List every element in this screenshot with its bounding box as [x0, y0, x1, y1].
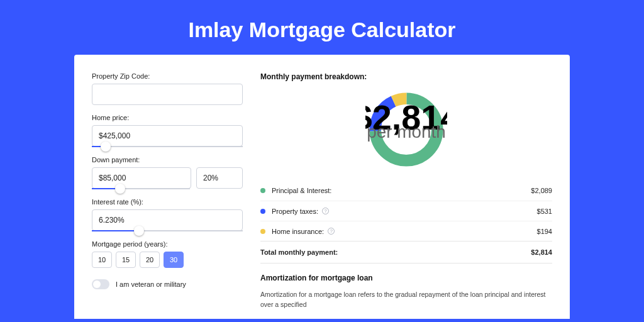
page-title: Imlay Mortgage Calculator — [0, 0, 644, 55]
donut-center-sub: per month — [367, 122, 445, 142]
legend-label: Property taxes: — [272, 208, 318, 215]
period-label: Mortgage period (years): — [92, 240, 243, 248]
veteran-toggle[interactable] — [92, 279, 109, 289]
breakdown-panel: Monthly payment breakdown: $2,814 per mo… — [260, 72, 552, 319]
period-option-20[interactable]: 20 — [140, 252, 160, 268]
down-payment-pct-input[interactable] — [196, 167, 243, 189]
legend-label: Home insurance: — [272, 228, 324, 235]
slider-thumb[interactable] — [134, 226, 144, 236]
down-payment-input[interactable] — [92, 167, 191, 189]
zip-label: Property Zip Code: — [92, 72, 243, 80]
legend-row: Property taxes:?$531 — [260, 201, 552, 221]
legend-dot — [260, 188, 265, 193]
down-payment-label: Down payment: — [92, 156, 243, 164]
slider-thumb[interactable] — [101, 142, 111, 152]
legend-row: Principal & Interest:$2,089 — [260, 180, 552, 201]
home-price-slider[interactable] — [92, 146, 243, 147]
legend-label: Principal & Interest: — [272, 187, 331, 194]
veteran-label: I am veteran or military — [116, 280, 186, 288]
home-price-field: Home price: — [92, 114, 243, 147]
down-payment-field: Down payment: — [92, 156, 243, 189]
amortization-section: Amortization for mortgage loan Amortizat… — [260, 274, 552, 310]
info-icon[interactable]: ? — [322, 208, 329, 214]
total-label: Total monthly payment: — [260, 248, 338, 256]
legend-row: Home insurance:?$194 — [260, 221, 552, 241]
legend-value: $2,089 — [531, 187, 552, 194]
home-price-label: Home price: — [92, 114, 243, 121]
info-icon[interactable]: ? — [328, 228, 335, 235]
total-value: $2,814 — [531, 248, 552, 256]
interest-input[interactable] — [92, 209, 243, 231]
veteran-row: I am veteran or military — [92, 279, 243, 289]
period-option-10[interactable]: 10 — [92, 252, 112, 268]
interest-field: Interest rate (%): — [92, 198, 243, 231]
legend-value: $194 — [537, 228, 552, 235]
home-price-input[interactable] — [92, 125, 243, 147]
total-row: Total monthly payment: $2,814 — [260, 241, 552, 264]
legend-dot — [260, 209, 265, 214]
donut-chart: $2,814 per month — [260, 89, 552, 170]
down-payment-slider[interactable] — [92, 188, 190, 189]
period-option-15[interactable]: 15 — [116, 252, 136, 268]
zip-field: Property Zip Code: — [92, 72, 243, 105]
breakdown-title: Monthly payment breakdown: — [260, 72, 552, 81]
legend-dot — [260, 229, 265, 234]
zip-input[interactable] — [92, 84, 243, 105]
calculator-card: Property Zip Code: Home price: Down paym… — [74, 55, 570, 319]
interest-slider[interactable] — [92, 230, 243, 231]
legend-value: $531 — [537, 208, 552, 215]
interest-label: Interest rate (%): — [92, 198, 243, 206]
slider-thumb[interactable] — [115, 184, 125, 194]
amortization-text: Amortization for a mortgage loan refers … — [260, 290, 552, 310]
mortgage-period-field: Mortgage period (years): 10152030 — [92, 240, 243, 268]
form-panel: Property Zip Code: Home price: Down paym… — [92, 72, 243, 319]
period-option-30[interactable]: 30 — [164, 252, 184, 268]
amortization-title: Amortization for mortgage loan — [260, 274, 552, 282]
